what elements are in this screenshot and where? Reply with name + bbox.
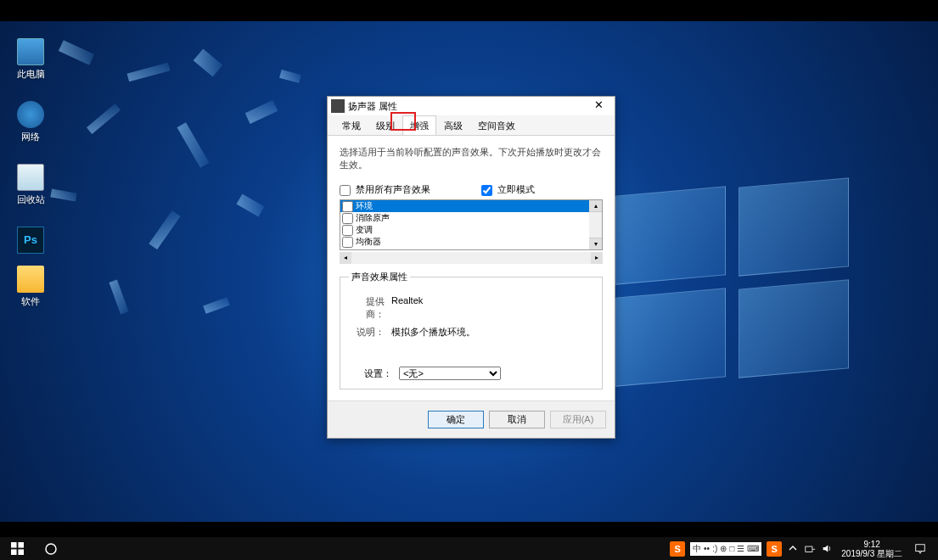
wallpaper-shard <box>149 210 180 249</box>
effect-check[interactable] <box>342 201 353 212</box>
svg-rect-1 <box>18 542 24 548</box>
vertical-scrollbar[interactable]: ▴ ▾ <box>589 200 602 249</box>
ime-softkb-icon[interactable]: ⌨ <box>747 544 759 553</box>
effect-check[interactable] <box>342 225 353 236</box>
scroll-down-button[interactable]: ▾ <box>589 238 602 249</box>
desktop-icon-thispc[interactable]: 此电脑 <box>5 38 56 81</box>
wallpaper-shard <box>177 122 210 168</box>
recyclebin-icon <box>17 164 44 191</box>
tray-chevron-icon[interactable] <box>787 543 799 555</box>
system-tray: S 中 •• :) ⊕ □ ☰ ⌨ S 9:12 2019/9/3 星期二 <box>661 540 938 558</box>
photoshop-icon: Ps <box>17 227 44 254</box>
desktop-icon-software-folder[interactable]: 软件 <box>5 266 56 308</box>
icon-label: 网络 <box>5 131 56 143</box>
thispc-icon <box>17 38 44 65</box>
effect-label: 变调 <box>356 224 373 236</box>
wallpaper-shard <box>59 40 94 65</box>
desktop-icon-photoshop[interactable]: Ps <box>5 227 56 256</box>
desktop-icon-recyclebin[interactable]: 回收站 <box>5 164 56 206</box>
ok-button[interactable]: 确定 <box>428 411 484 428</box>
list-item[interactable]: 消除原声 <box>340 212 602 224</box>
setting-label: 设置： <box>364 367 392 380</box>
immediate-mode-check-input[interactable] <box>481 185 492 196</box>
effect-check[interactable] <box>342 213 353 224</box>
svg-rect-6 <box>916 544 925 551</box>
icon-label: 软件 <box>5 295 56 308</box>
list-item[interactable]: 变调 <box>340 224 602 236</box>
horizontal-scrollbar[interactable]: ◂ ▸ <box>340 252 603 264</box>
cancel-button[interactable]: 取消 <box>489 411 545 428</box>
wallpaper-shard <box>237 193 265 216</box>
description-value: 模拟多个播放环境。 <box>391 326 475 339</box>
cortana-icon <box>44 542 58 556</box>
volume-tray-icon[interactable] <box>821 543 833 555</box>
network-tray-icon[interactable] <box>804 543 816 555</box>
ime-status-bar[interactable]: 中 •• :) ⊕ □ ☰ ⌨ <box>690 542 761 556</box>
wallpaper-windows-logo <box>615 191 870 395</box>
action-center-button[interactable] <box>911 543 930 555</box>
svg-rect-3 <box>18 549 24 555</box>
list-item[interactable]: 均衡器 <box>340 236 602 248</box>
disable-all-effects-checkbox[interactable]: 禁用所有声音效果 <box>340 183 430 196</box>
tab-content: 选择适用于当前聆听配置的声音效果。下次开始播放时更改才会生效。 禁用所有声音效果… <box>328 136 615 400</box>
effect-label: 均衡器 <box>356 236 381 248</box>
icon-label: 回收站 <box>5 193 56 206</box>
setting-dropdown[interactable]: <无> <box>399 367 501 380</box>
tab-spatial[interactable]: 空间音效 <box>470 115 523 135</box>
bottom-letterbox <box>0 522 938 537</box>
speaker-properties-dialog: 扬声器 属性 ✕ 常规 级别 增强 高级 空间音效 选择适用于当前聆听配置的声音… <box>327 96 615 439</box>
svg-rect-2 <box>11 549 17 555</box>
effects-listbox[interactable]: 环境 消除原声 变调 均衡器 ▴ ▾ <box>340 199 603 250</box>
svg-rect-0 <box>11 542 17 548</box>
ime-punctuation-icon[interactable]: •• <box>704 544 710 553</box>
group-legend: 声音效果属性 <box>349 271 410 283</box>
titlebar[interactable]: 扬声器 属性 ✕ <box>328 97 615 115</box>
tab-enhancements[interactable]: 增强 <box>402 115 436 135</box>
start-button[interactable] <box>0 537 34 560</box>
wallpaper-shard <box>194 48 223 76</box>
sogou-tray-icon[interactable]: S <box>767 541 782 557</box>
provider-value: Realtek <box>391 295 423 321</box>
immediate-mode-checkbox[interactable]: 立即模式 <box>481 183 535 196</box>
speaker-icon <box>331 99 345 113</box>
scroll-track[interactable] <box>351 252 591 264</box>
tab-general[interactable]: 常规 <box>334 115 368 135</box>
ime-menu-icon[interactable]: ☰ <box>737 544 744 553</box>
ime-emoji-icon[interactable]: :) <box>712 544 717 553</box>
effect-label: 环境 <box>356 200 373 212</box>
icon-label: 此电脑 <box>5 68 56 81</box>
folder-icon <box>17 266 44 293</box>
apply-button[interactable]: 应用(A) <box>550 411 606 428</box>
wallpaper-shard <box>127 63 171 82</box>
scroll-left-button[interactable]: ◂ <box>340 252 351 264</box>
effect-check[interactable] <box>342 237 353 248</box>
notification-icon <box>914 543 926 555</box>
tab-advanced[interactable]: 高级 <box>436 115 470 135</box>
effect-properties-group: 声音效果属性 提供商： Realtek 说明： 模拟多个播放环境。 设置： <无… <box>340 271 603 389</box>
scroll-up-button[interactable]: ▴ <box>589 200 602 212</box>
clock-time: 9:12 <box>841 540 902 549</box>
ime-keyboard-icon[interactable]: □ <box>729 544 734 553</box>
wallpaper-shard <box>109 279 128 314</box>
list-item[interactable]: 环境 <box>340 200 602 212</box>
top-letterbox <box>0 0 938 21</box>
dialog-button-bar: 确定 取消 应用(A) <box>328 400 615 438</box>
taskbar: S 中 •• :) ⊕ □ ☰ ⌨ S 9:12 2019/9/3 星期二 <box>0 537 938 560</box>
dialog-title: 扬声器 属性 <box>348 100 586 113</box>
sogou-ime-icon[interactable]: S <box>670 541 685 557</box>
disable-all-check-input[interactable] <box>340 185 351 196</box>
scroll-right-button[interactable]: ▸ <box>591 252 603 264</box>
description-label: 说明： <box>349 326 391 339</box>
clock[interactable]: 9:12 2019/9/3 星期二 <box>838 540 906 558</box>
close-icon[interactable]: ✕ <box>586 98 611 114</box>
windows-logo-icon <box>11 542 24 555</box>
wallpaper-shard <box>203 297 230 314</box>
cortana-button[interactable] <box>34 537 68 560</box>
effect-label: 消除原声 <box>356 212 390 224</box>
tab-levels[interactable]: 级别 <box>368 115 402 135</box>
svg-rect-5 <box>806 546 812 552</box>
ime-mic-icon[interactable]: ⊕ <box>720 544 727 553</box>
provider-label: 提供商： <box>349 295 391 321</box>
desktop-icon-network[interactable]: 网络 <box>5 101 56 143</box>
ime-chinese-icon[interactable]: 中 <box>693 543 701 555</box>
